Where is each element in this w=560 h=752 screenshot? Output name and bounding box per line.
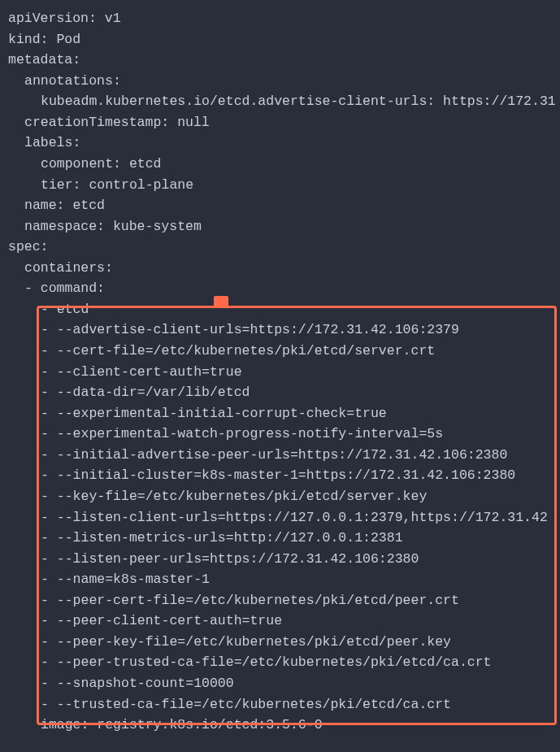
yaml-line-kind: kind: Pod bbox=[8, 29, 552, 50]
yaml-line-cmd-name: - --name=k8s-master-1 bbox=[8, 569, 552, 590]
yaml-line-namespace: namespace: kube-system bbox=[8, 216, 552, 237]
yaml-line-component: component: etcd bbox=[8, 154, 552, 175]
yaml-line-labels: labels: bbox=[8, 133, 552, 154]
yaml-line-image: image: registry.k8s.io/etcd:3.5.6-0 bbox=[8, 715, 552, 736]
yaml-line-annotations: annotations: bbox=[8, 71, 552, 92]
yaml-line-cmd-listenclient: - --listen-client-urls=https://127.0.0.1… bbox=[8, 507, 552, 528]
yaml-line-cmd-snapshot: - --snapshot-count=10000 bbox=[8, 673, 552, 694]
yaml-line-name: name: etcd bbox=[8, 195, 552, 216]
yaml-line-metadata: metadata: bbox=[8, 50, 552, 71]
yaml-line-cmd-etcd: - etcd bbox=[8, 299, 552, 320]
yaml-line-cmd-expwatch: - --experimental-watch-progress-notify-i… bbox=[8, 424, 552, 445]
yaml-line-cmd-expcorrupt: - --experimental-initial-corrupt-check=t… bbox=[8, 403, 552, 424]
yaml-line-cmd-peerkey: - --peer-key-file=/etc/kubernetes/pki/et… bbox=[8, 632, 552, 653]
yaml-line-cmd-peerauth: - --peer-client-cert-auth=true bbox=[8, 611, 552, 632]
yaml-line-cmd-advertise: - --advertise-client-urls=https://172.31… bbox=[8, 319, 552, 341]
yaml-line-cmd-keyfile: - --key-file=/etc/kubernetes/pki/etcd/se… bbox=[8, 486, 552, 507]
yaml-line-command: - command: bbox=[8, 278, 552, 299]
yaml-line-cmd-certfile: - --cert-file=/etc/kubernetes/pki/etcd/s… bbox=[8, 341, 552, 362]
yaml-line-cmd-peercert: - --peer-cert-file=/etc/kubernetes/pki/e… bbox=[8, 590, 552, 611]
yaml-line-cmd-listenpeer: - --listen-peer-urls=https://172.31.42.1… bbox=[8, 549, 552, 570]
yaml-line-apiversion: apiVersion: v1 bbox=[8, 8, 552, 29]
yaml-line-cmd-trustedca: - --trusted-ca-file=/etc/kubernetes/pki/… bbox=[8, 694, 552, 715]
yaml-line-cmd-listenmetrics: - --listen-metrics-urls=http://127.0.0.1… bbox=[8, 528, 552, 549]
yaml-line-spec: spec: bbox=[8, 237, 552, 258]
yaml-code-block: apiVersion: v1 kind: Pod metadata: annot… bbox=[8, 8, 552, 736]
yaml-line-annotation-value: kubeadm.kubernetes.io/etcd.advertise-cli… bbox=[8, 91, 552, 112]
yaml-line-creationtimestamp: creationTimestamp: null bbox=[8, 112, 552, 133]
yaml-line-cmd-initadv: - --initial-advertise-peer-urls=https://… bbox=[8, 445, 552, 466]
yaml-line-cmd-peerca: - --peer-trusted-ca-file=/etc/kubernetes… bbox=[8, 652, 552, 673]
yaml-line-cmd-initcluster: - --initial-cluster=k8s-master-1=https:/… bbox=[8, 465, 552, 486]
yaml-line-cmd-datadir: - --data-dir=/var/lib/etcd bbox=[8, 382, 552, 403]
yaml-line-tier: tier: control-plane bbox=[8, 175, 552, 196]
yaml-line-containers: containers: bbox=[8, 258, 552, 279]
yaml-line-cmd-clientauth: - --client-cert-auth=true bbox=[8, 362, 552, 383]
